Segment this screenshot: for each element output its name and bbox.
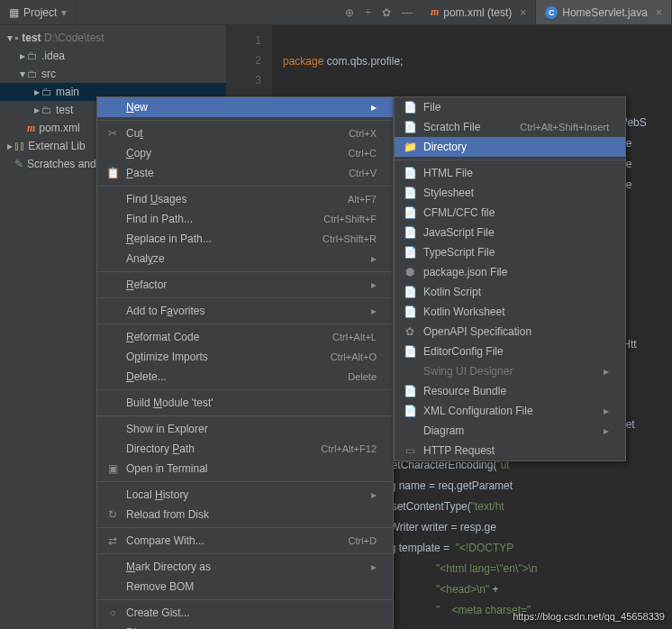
menu-item-find-usages[interactable]: Find UsagesAlt+F7 bbox=[97, 189, 393, 209]
collapse-icon[interactable]: ÷ bbox=[365, 6, 371, 19]
menu-item-cfml-cfc-file[interactable]: 📄CFML/CFC file bbox=[395, 203, 625, 223]
tree-idea[interactable]: ▸ 🗀 .idea bbox=[0, 47, 226, 65]
menu-item-typescript-file[interactable]: 📄TypeScript File bbox=[395, 242, 625, 262]
submenu-arrow-icon: ▸ bbox=[586, 365, 609, 378]
menu-icon: 📄 bbox=[402, 206, 418, 219]
menu-separator bbox=[97, 120, 393, 121]
menu-item-diagram[interactable]: Diagram▸ bbox=[395, 421, 625, 441]
folder-icon: 🗀 bbox=[41, 86, 52, 98]
menu-label: Mark Directory as bbox=[126, 561, 211, 573]
menu-item-openapi-specification[interactable]: ✿OpenAPI Specification bbox=[395, 322, 625, 342]
menu-item-find-in-path-[interactable]: Find in Path...Ctrl+Shift+F bbox=[97, 209, 393, 229]
menu-item-paste[interactable]: 📋PasteCtrl+V bbox=[97, 163, 393, 183]
shortcut: Ctrl+D bbox=[322, 535, 377, 546]
tab-pom[interactable]: m pom.xml (test) × bbox=[422, 0, 536, 24]
code-str: "text/ht bbox=[471, 500, 504, 513]
submenu-arrow-icon: ▸ bbox=[586, 424, 609, 437]
menu-icon: 📄 bbox=[402, 385, 418, 397]
menu-item-replace-in-path-[interactable]: Replace in Path...Ctrl+Shift+R bbox=[97, 229, 393, 249]
tab-homeservlet[interactable]: C HomeServlet.java × bbox=[536, 0, 672, 24]
menu-item-package-json-file[interactable]: ⬢package.json File bbox=[395, 262, 625, 282]
menu-icon: 📄 bbox=[402, 286, 418, 298]
menu-item-reload-from-disk[interactable]: ↻Reload from Disk bbox=[97, 505, 393, 524]
close-icon[interactable]: × bbox=[520, 6, 526, 19]
menu-icon: 📄 bbox=[402, 345, 418, 358]
close-icon[interactable]: × bbox=[656, 6, 662, 19]
menu-label: OpenAPI Specification bbox=[423, 325, 531, 338]
menu-item-compare-with-[interactable]: ⇄Compare With...Ctrl+D bbox=[97, 531, 393, 551]
chevron-down-icon: ▾ bbox=[18, 68, 27, 80]
maven-icon: m bbox=[27, 122, 35, 135]
context-menu: New▸✂CutCtrl+XCopyCtrl+C📋PasteCtrl+VFind… bbox=[96, 96, 394, 629]
shortcut: Ctrl+Alt+L bbox=[305, 332, 377, 342]
tree-label: test bbox=[22, 32, 41, 44]
tree-root[interactable]: ▾ ▪ test D:\Code\test bbox=[0, 29, 226, 47]
menu-label: Open in Terminal bbox=[126, 462, 208, 475]
menu-item-scratch-file[interactable]: 📄Scratch FileCtrl+Alt+Shift+Insert bbox=[395, 117, 625, 137]
menu-label: Reformat Code bbox=[126, 331, 199, 343]
tree-src[interactable]: ▾ 🗀 src bbox=[0, 65, 226, 83]
shortcut: Ctrl+C bbox=[322, 148, 377, 159]
project-label-text: Project bbox=[23, 6, 57, 19]
menu-icon: 📄 bbox=[402, 246, 418, 259]
menu-item-editorconfig-file[interactable]: 📄EditorConfig File bbox=[395, 342, 625, 361]
menu-item-directory-path[interactable]: Directory PathCtrl+Alt+F12 bbox=[97, 439, 393, 459]
menu-item-remove-bom[interactable]: Remove BOM bbox=[97, 577, 393, 597]
menu-label: Scratch File bbox=[423, 121, 480, 133]
menu-label: Show in Explorer bbox=[126, 423, 208, 435]
menu-item-analyze[interactable]: Analyze▸ bbox=[97, 249, 393, 269]
menu-item-copy[interactable]: CopyCtrl+C bbox=[97, 143, 393, 163]
menu-item-show-in-explorer[interactable]: Show in Explorer bbox=[97, 419, 393, 439]
menu-item-reformat-code[interactable]: Reformat CodeCtrl+Alt+L bbox=[97, 327, 393, 347]
shortcut: Ctrl+Shift+F bbox=[296, 214, 377, 224]
code-str: "<!DOCTYP bbox=[456, 542, 514, 554]
menu-item-open-in-terminal[interactable]: ▣Open in Terminal bbox=[97, 459, 393, 479]
menu-item-file[interactable]: 📄File bbox=[395, 97, 625, 117]
project-tool-label[interactable]: ▦ Project ▾ bbox=[0, 0, 77, 24]
menu-item-cut[interactable]: ✂CutCtrl+X bbox=[97, 123, 393, 143]
tree-label: pom.xml bbox=[39, 122, 79, 134]
tree-label: test bbox=[56, 104, 73, 116]
chevron-right-icon: ▸ bbox=[32, 104, 41, 116]
menu-icon: ↻ bbox=[104, 508, 121, 521]
menu-item-mark-directory-as[interactable]: Mark Directory as▸ bbox=[97, 557, 393, 577]
chevron-right-icon: ▸ bbox=[18, 50, 27, 62]
menu-item-new[interactable]: New▸ bbox=[97, 97, 393, 117]
menu-label: package.json File bbox=[423, 266, 507, 278]
shortcut: Alt+F7 bbox=[321, 194, 377, 205]
target-icon[interactable]: ⊕ bbox=[345, 6, 354, 19]
menu-item-create-gist-[interactable]: ○Create Gist... bbox=[97, 603, 393, 623]
chevron-right-icon: ▸ bbox=[5, 140, 14, 152]
shortcut: Ctrl+X bbox=[322, 128, 377, 139]
new-submenu: 📄File📄Scratch FileCtrl+Alt+Shift+Insert📁… bbox=[394, 96, 626, 461]
menu-label: Stylesheet bbox=[423, 187, 474, 199]
menu-item-optimize-imports[interactable]: Optimize ImportsCtrl+Alt+O bbox=[97, 347, 393, 367]
menu-item-build-module-test-[interactable]: Build Module 'test' bbox=[97, 393, 393, 413]
submenu-arrow-icon: ▸ bbox=[586, 405, 609, 417]
menu-item-resource-bundle[interactable]: 📄Resource Bundle bbox=[395, 381, 625, 401]
project-toolbar: ⊕ ÷ ✿ — bbox=[336, 6, 422, 19]
menu-item-refactor[interactable]: Refactor▸ bbox=[97, 275, 393, 295]
menu-item-stylesheet[interactable]: 📄Stylesheet bbox=[395, 183, 625, 203]
menu-label: XML Configuration File bbox=[423, 405, 533, 417]
menu-item-xml-configuration-file[interactable]: 📄XML Configuration File▸ bbox=[395, 401, 625, 421]
menu-icon: 📄 bbox=[402, 101, 418, 114]
menu-label: Cut bbox=[126, 127, 143, 140]
shortcut: Ctrl+Alt+O bbox=[304, 351, 377, 362]
menu-item-http-request[interactable]: ▭HTTP Request bbox=[395, 441, 625, 460]
menu-item-kotlin-script[interactable]: 📄Kotlin Script bbox=[395, 282, 625, 302]
menu-item-directory[interactable]: 📁Directory bbox=[395, 137, 625, 157]
menu-item-diagrams[interactable]: ⊞Diagrams▸ bbox=[97, 623, 393, 629]
chevron-down-icon: ▾ bbox=[61, 6, 67, 19]
menu-item-local-history[interactable]: Local History▸ bbox=[97, 485, 393, 505]
menu-label: Find Usages bbox=[126, 193, 186, 205]
submenu-arrow-icon: ▸ bbox=[353, 488, 377, 501]
gear-icon[interactable]: ✿ bbox=[382, 6, 391, 19]
menu-item-kotlin-worksheet[interactable]: 📄Kotlin Worksheet bbox=[395, 302, 625, 322]
menu-item-html-file[interactable]: 📄HTML File bbox=[395, 163, 625, 183]
menu-label: CFML/CFC file bbox=[423, 206, 495, 219]
menu-item-add-to-favorites[interactable]: Add to Favorites▸ bbox=[97, 301, 393, 321]
menu-item-delete-[interactable]: Delete...Delete bbox=[97, 367, 393, 387]
menu-item-javascript-file[interactable]: 📄JavaScript File bbox=[395, 223, 625, 242]
hide-icon[interactable]: — bbox=[402, 6, 413, 19]
